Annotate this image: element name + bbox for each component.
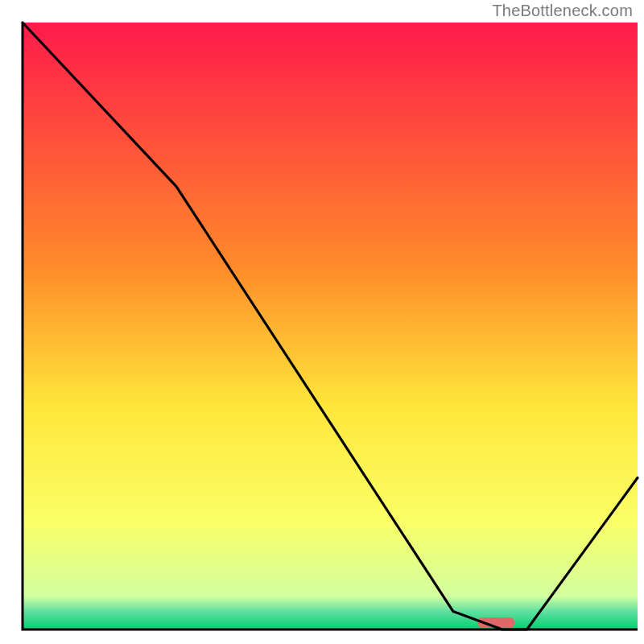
watermark-text: TheBottleneck.com xyxy=(492,2,633,20)
chart-container: TheBottleneck.com xyxy=(0,0,644,644)
bottleneck-chart xyxy=(0,0,644,644)
plot-background xyxy=(23,23,638,630)
